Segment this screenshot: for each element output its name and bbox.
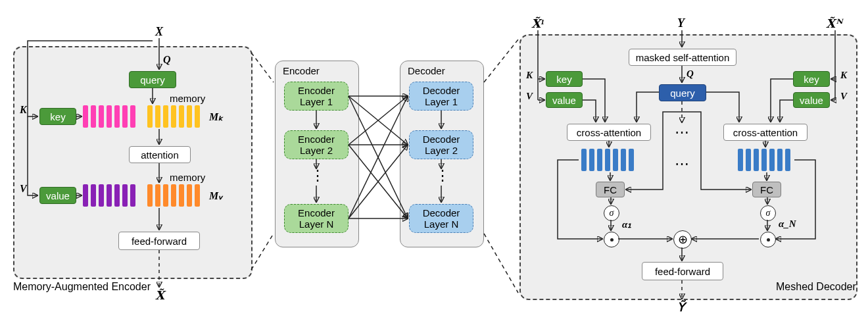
masked-self-attention: masked self-attention (629, 49, 736, 66)
label-X1: X̃¹ (531, 16, 544, 31)
key-memory-slots (147, 105, 200, 128)
hadamard-l (604, 232, 619, 247)
center-ellipsis-2: ⋯ (675, 157, 689, 171)
label-K-right-r: K (840, 70, 847, 81)
memory-label-v: memory (170, 172, 205, 182)
label-Mv: Mᵥ (209, 190, 223, 202)
alpha1: α₁ (622, 218, 631, 230)
label-V-right-r: V (840, 91, 847, 102)
label-Q: Q (163, 54, 171, 66)
fc-l: FC (596, 182, 625, 197)
value-slots (83, 184, 135, 207)
ctx-slots-r (738, 149, 790, 171)
alphaN: α_N (779, 218, 796, 230)
memory-label-k: memory (170, 93, 205, 103)
svg-line-25 (484, 39, 518, 82)
left-panel-title: Memory-Augmented Encoder (13, 282, 151, 292)
cross-attention-l: cross-attention (567, 124, 651, 141)
decoder-layer-2: Decoder Layer 2 (409, 130, 473, 159)
value-box-right-l: value (546, 92, 583, 108)
attention-box: attention (129, 146, 191, 163)
label-V-right-l: V (526, 91, 533, 102)
ctx-slots-l (581, 149, 634, 171)
feedforward-right: feed-forward (642, 262, 723, 280)
decoder-layer-N: Decoder Layer N (409, 204, 473, 233)
label-K-right-l: K (526, 70, 533, 81)
query-box-right: query (659, 84, 706, 101)
decoder-vdots: ⋮ (435, 168, 452, 183)
label-V-left: V (20, 183, 27, 195)
sigma-l: σ (604, 205, 619, 221)
encoder-vdots: ⋮ (310, 168, 327, 183)
label-K-left: K (20, 104, 27, 116)
value-box-left: value (39, 187, 76, 204)
right-panel-title: Meshed Decoder (776, 282, 856, 292)
value-memory-slots (147, 184, 200, 207)
svg-line-8 (251, 53, 274, 82)
center-ellipsis-1: ⋯ (675, 125, 689, 140)
hadamard-r (760, 232, 776, 247)
decoder-title: Decoder (408, 66, 445, 76)
feedforward-left: feed-forward (118, 232, 200, 250)
encoder-layer-2: Encoder Layer 2 (284, 130, 349, 159)
fc-r: FC (752, 182, 781, 197)
encoder-title: Encoder (283, 66, 320, 76)
key-box-right-l: key (546, 71, 583, 87)
key-slots (83, 105, 135, 128)
value-box-right-r: value (793, 92, 830, 108)
key-box-right-r: key (793, 71, 830, 87)
label-Mk: Mₖ (209, 111, 223, 123)
sigma-r: σ (760, 205, 776, 221)
svg-line-9 (251, 234, 274, 270)
decoder-layer-1: Decoder Layer 1 (409, 82, 473, 111)
output-Xtilde-left: X̃ (155, 288, 164, 303)
oplus: ⊕ (673, 230, 692, 249)
key-box-left: key (39, 108, 76, 125)
svg-line-26 (484, 234, 518, 293)
query-box-left: query (129, 71, 176, 88)
output-Ytilde: Ỹ (677, 300, 685, 315)
encoder-layer-1: Encoder Layer 1 (284, 82, 349, 111)
label-Y: Y (677, 16, 685, 30)
label-XN: X̃ᴺ (826, 16, 842, 31)
label-Q-right: Q (687, 68, 694, 80)
encoder-layer-N: Encoder Layer N (284, 204, 349, 233)
input-X: X (155, 25, 163, 39)
cross-attention-r: cross-attention (723, 124, 808, 141)
